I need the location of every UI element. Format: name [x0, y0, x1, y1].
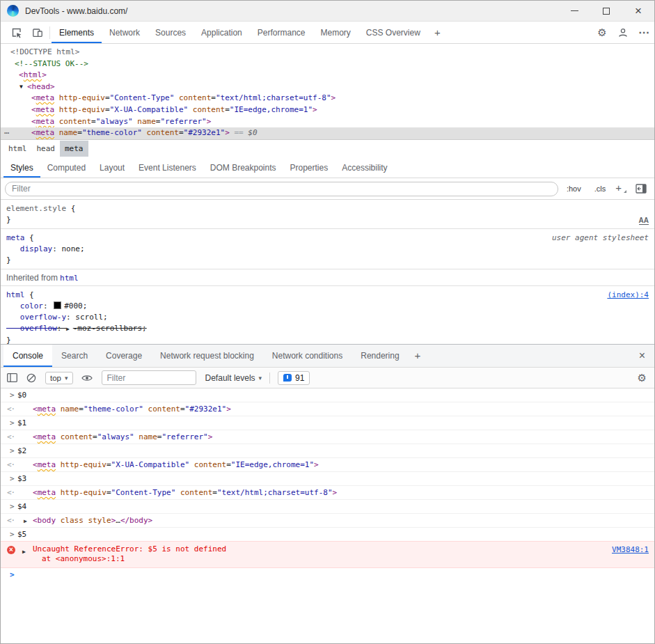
code-token: <: [19, 70, 24, 79]
css-line[interactable]: display: none;: [1, 244, 654, 255]
issues-counter[interactable]: 91: [278, 371, 310, 385]
tab-network[interactable]: Network: [102, 22, 148, 43]
code-token: http-equiv: [54, 93, 105, 102]
tab-sources[interactable]: Sources: [148, 22, 194, 43]
maximize-button[interactable]: [590, 1, 622, 21]
css-line[interactable]: }: [1, 335, 654, 344]
clear-console-icon[interactable]: [26, 373, 36, 383]
toggle-hover-state-button[interactable]: :hov: [562, 182, 586, 195]
code-token: $0: [248, 128, 257, 137]
console-filter-input[interactable]: [102, 370, 196, 385]
dom-row[interactable]: <meta content="always" name="referrer">: [1, 116, 654, 128]
code-token: "IE=edge,chrome=1": [231, 460, 314, 469]
result-marker-icon: [7, 488, 15, 498]
tab-rendering[interactable]: Rendering: [352, 345, 408, 367]
code-token: <!DOCTYPE html>: [10, 47, 79, 56]
code-token: -moz-scrollbars: [73, 324, 142, 333]
css-line[interactable]: html {: [1, 290, 654, 301]
close-drawer-button[interactable]: [630, 345, 654, 367]
code-token: <: [31, 93, 36, 102]
code-token: =: [77, 128, 82, 137]
expand-arrow-icon[interactable]: ▶: [24, 517, 27, 526]
settings-button[interactable]: [592, 22, 613, 43]
result-marker-icon: [7, 460, 15, 470]
tab-computed[interactable]: Computed: [40, 157, 93, 178]
tab-event-listeners[interactable]: Event Listeners: [132, 157, 203, 178]
device-toolbar-icon[interactable]: [27, 24, 48, 42]
console-sidebar-toggle-icon[interactable]: [7, 373, 17, 382]
dom-row[interactable]: <meta http-equiv="Content-Type" content=…: [1, 93, 654, 104]
tab-search[interactable]: Search: [52, 345, 97, 367]
more-panels-button[interactable]: [428, 26, 447, 39]
tab-console[interactable]: Console: [3, 345, 52, 367]
tab-layout[interactable]: Layout: [93, 157, 132, 178]
new-style-rule-button[interactable]: [610, 181, 629, 196]
expand-toggle-icon[interactable]: ▼: [17, 81, 25, 93]
more-options-button[interactable]: [633, 22, 654, 43]
breadcrumb-head[interactable]: head: [32, 141, 61, 157]
close-button[interactable]: [622, 1, 654, 21]
color-swatch[interactable]: [54, 301, 61, 309]
inherited-selector-link[interactable]: html: [60, 274, 79, 283]
code-token: "Content-Type": [110, 93, 175, 102]
code-token: content: [188, 105, 225, 114]
expand-arrow-icon[interactable]: [22, 547, 26, 557]
console-text: $1: [17, 418, 26, 427]
tab-accessibility[interactable]: Accessibility: [335, 157, 394, 178]
console-command: $1: [1, 416, 654, 430]
console-prompt[interactable]: [1, 568, 654, 583]
feedback-button[interactable]: [613, 22, 633, 43]
font-editor-icon[interactable]: AA: [639, 217, 649, 225]
levels-label: Default levels: [205, 373, 255, 383]
node-menu-icon[interactable]: [4, 127, 9, 139]
inspect-element-icon[interactable]: [6, 24, 27, 42]
dom-row[interactable]: <html>: [1, 70, 654, 81]
tab-performance[interactable]: Performance: [250, 22, 313, 43]
log-levels-select[interactable]: Default levels: [205, 373, 262, 383]
code-token: >: [207, 117, 212, 126]
css-line[interactable]: }: [1, 214, 654, 226]
tab-properties[interactable]: Properties: [283, 157, 336, 178]
more-tools-button[interactable]: [409, 345, 427, 367]
breadcrumb-html[interactable]: html: [3, 141, 32, 157]
tab-memory[interactable]: Memory: [313, 22, 358, 43]
stylesheet-source-link[interactable]: (index):4: [607, 290, 649, 299]
javascript-context-select[interactable]: top: [45, 372, 73, 384]
console-settings-button[interactable]: [638, 372, 647, 384]
error-source-link[interactable]: VM3848:1: [612, 545, 649, 555]
tab-network-conditions[interactable]: Network conditions: [263, 345, 352, 367]
plus-icon: [615, 182, 622, 194]
css-line[interactable]: color: #000;: [1, 301, 654, 312]
command-chevron-icon: [10, 474, 15, 484]
css-rule: AAelement.style {}: [1, 200, 654, 229]
code-token: >: [226, 405, 231, 414]
dom-row[interactable]: <!--STATUS OK-->: [1, 58, 654, 70]
toolbar-divider: [49, 26, 50, 39]
dom-row[interactable]: ▼<head>: [1, 81, 654, 93]
tab-network-request-blocking[interactable]: Network request blocking: [151, 345, 263, 367]
toggle-styles-sidebar-icon[interactable]: [636, 184, 647, 194]
tab-coverage[interactable]: Coverage: [97, 345, 151, 367]
dom-tree: <!DOCTYPE html><!--STATUS OK--><html>▼<h…: [1, 44, 654, 139]
css-line[interactable]: overflow-y: scroll;: [1, 312, 654, 323]
live-expression-eye-icon[interactable]: [81, 374, 93, 382]
console-result: <meta http-equiv="X-UA-Compatible" conte…: [1, 458, 654, 472]
styles-filter-input[interactable]: [5, 182, 558, 196]
dom-row[interactable]: <meta http-equiv="X-UA-Compatible" conte…: [1, 104, 654, 116]
minimize-button[interactable]: [558, 1, 590, 21]
code-token: meta: [36, 117, 55, 126]
console-result: <meta http-equiv="Content-Type" content=…: [1, 486, 654, 500]
dom-row[interactable]: <meta name="theme-color" content="#2932e…: [1, 127, 654, 139]
tab-elements[interactable]: Elements: [52, 22, 102, 43]
tab-dom-breakpoints[interactable]: DOM Breakpoints: [203, 157, 283, 178]
css-line[interactable]: overflow: ▶ -moz-scrollbars;: [1, 323, 654, 335]
tab-application[interactable]: Application: [194, 22, 250, 43]
breadcrumb-meta[interactable]: meta: [60, 141, 88, 157]
css-line[interactable]: element.style {: [1, 203, 654, 214]
toggle-class-button[interactable]: .cls: [590, 182, 611, 195]
dom-row[interactable]: <!DOCTYPE html>: [1, 47, 654, 58]
css-line[interactable]: }: [1, 255, 654, 266]
tab-styles[interactable]: Styles: [3, 157, 40, 178]
tab-css-overview[interactable]: CSS Overview: [358, 22, 428, 43]
code-token: $1: [17, 418, 26, 427]
